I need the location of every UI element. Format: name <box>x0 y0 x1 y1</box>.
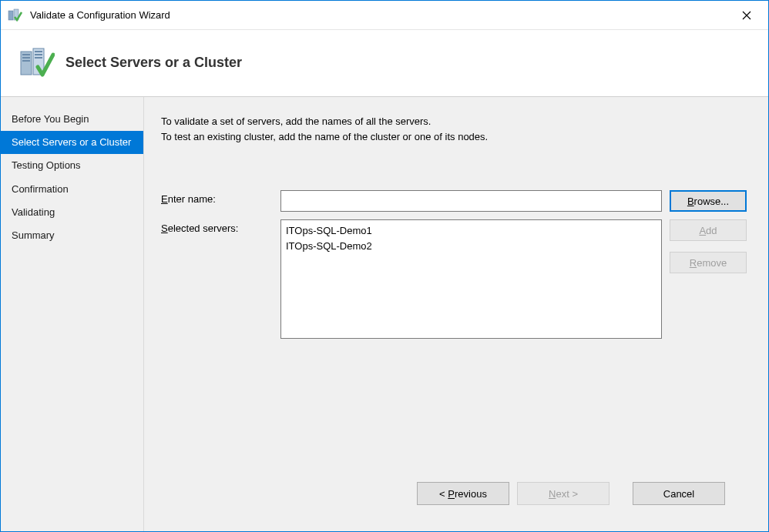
instructions-line-1: To validate a set of servers, add the na… <box>161 114 747 129</box>
enter-name-label: Enter name: <box>161 190 280 205</box>
content-area: Before You Begin Select Servers or a Clu… <box>1 96 768 531</box>
next-button: Next > <box>517 482 609 505</box>
close-button[interactable] <box>731 4 762 27</box>
svg-rect-8 <box>35 54 42 55</box>
svg-rect-3 <box>22 54 30 55</box>
browse-button[interactable]: Browse... <box>670 190 747 212</box>
instructions-text: To validate a set of servers, add the na… <box>161 114 747 144</box>
selected-servers-label: Selected servers: <box>161 219 280 234</box>
cancel-button[interactable]: Cancel <box>633 482 725 505</box>
svg-rect-0 <box>8 11 13 20</box>
titlebar: Validate a Configuration Wizard <box>1 1 768 30</box>
nav-testing-options[interactable]: Testing Options <box>1 154 143 177</box>
wizard-steps-sidebar: Before You Begin Select Servers or a Clu… <box>1 97 144 531</box>
previous-button[interactable]: < Previous <box>417 482 509 505</box>
add-button: Add <box>670 219 747 241</box>
app-icon <box>7 8 22 23</box>
svg-rect-7 <box>35 51 42 52</box>
enter-name-row: Enter name: Browse... <box>161 190 747 212</box>
nav-summary[interactable]: Summary <box>1 224 143 247</box>
wizard-footer: < Previous Next > Cancel <box>161 471 747 519</box>
window-title: Validate a Configuration Wizard <box>30 9 731 21</box>
enter-name-input[interactable] <box>280 190 662 212</box>
remove-button: Remove <box>670 252 747 273</box>
svg-rect-5 <box>22 60 30 62</box>
nav-confirmation[interactable]: Confirmation <box>1 178 143 201</box>
selected-servers-listbox[interactable]: ITOps-SQL-Demo1 ITOps-SQL-Demo2 <box>280 219 662 339</box>
svg-rect-4 <box>22 57 30 59</box>
list-item[interactable]: ITOps-SQL-Demo1 <box>286 223 657 239</box>
nav-validating[interactable]: Validating <box>1 201 143 224</box>
server-buttons: Add Remove <box>670 219 747 273</box>
instructions-line-2: To test an existing cluster, add the nam… <box>161 129 747 145</box>
nav-before-you-begin[interactable]: Before You Begin <box>1 108 143 131</box>
svg-rect-9 <box>35 57 42 59</box>
main-panel: To validate a set of servers, add the na… <box>144 97 768 531</box>
list-item[interactable]: ITOps-SQL-Demo2 <box>286 239 657 254</box>
selected-servers-row: Selected servers: ITOps-SQL-Demo1 ITOps-… <box>161 219 747 339</box>
page-title: Select Servers or a Cluster <box>65 55 242 71</box>
nav-select-servers[interactable]: Select Servers or a Cluster <box>1 131 143 154</box>
header: Select Servers or a Cluster <box>1 30 768 96</box>
servers-icon <box>18 44 55 81</box>
wizard-window: Validate a Configuration Wizard Select S… <box>0 0 769 532</box>
